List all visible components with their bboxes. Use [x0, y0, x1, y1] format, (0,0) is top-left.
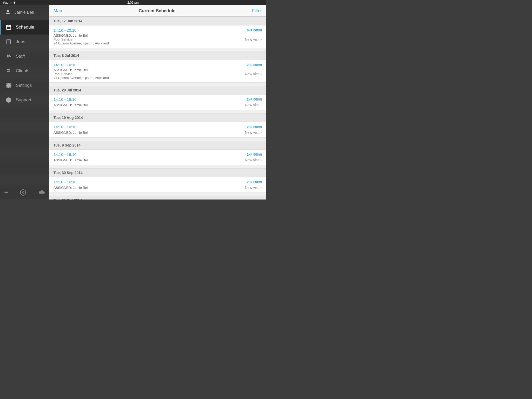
support-icon [5, 96, 12, 104]
cloud-button[interactable] [38, 190, 45, 195]
target-button[interactable] [20, 189, 26, 196]
svg-point-10 [9, 55, 10, 56]
visit-duration: 2HR 00MIN [247, 125, 262, 129]
map-button[interactable]: Map [54, 8, 62, 14]
sidebar-item-jobs-label: Jobs [16, 39, 25, 44]
sidebar-item-staff[interactable]: Staff [0, 49, 49, 64]
visit-service: Pool Service [54, 72, 245, 76]
visit-time: 14:10 - 16:10 [54, 97, 76, 102]
sidebar-item-support[interactable]: Support [0, 93, 49, 107]
new-visit-label: New visit [245, 37, 260, 42]
svg-point-16 [8, 99, 9, 101]
main-layout: Jamie Bell Schedule [0, 5, 266, 200]
visit-details: ASSIGNED: Jamie BellPool Service74 Epsom… [54, 68, 245, 80]
signal-icon: ✱ [13, 1, 16, 4]
visit-duration: 2HR 00MIN [247, 63, 262, 67]
svg-point-9 [7, 55, 9, 56]
wifi-icon: ∿ [10, 1, 12, 4]
section-spacer [49, 48, 266, 51]
new-visit-label: New visit [245, 130, 260, 135]
section-spacer [49, 83, 266, 86]
new-visit-label: New visit [245, 185, 260, 190]
new-visit-label: New visit [245, 72, 260, 76]
visit-service: Pool Service [54, 37, 245, 41]
settings-icon [5, 82, 12, 89]
chevron-right-icon: › [261, 158, 262, 162]
sidebar-item-support-label: Support [16, 97, 31, 103]
sidebar-item-settings-label: Settings [16, 83, 32, 88]
visit-item[interactable]: 14:10 - 16:10 2HR 00MIN ASSIGNED: Jamie … [49, 122, 266, 138]
visit-address: 74 Epsom Avenue, Epsom, Auckland [54, 41, 245, 45]
nav-bar: Map Current Schedule Filter [49, 5, 266, 17]
sidebar-item-settings[interactable]: Settings [0, 78, 49, 93]
new-visit-button[interactable]: New visit › [245, 158, 262, 162]
section-spacer [49, 193, 266, 196]
visit-assigned: ASSIGNED: Jamie Bell [54, 186, 245, 190]
sidebar-item-schedule[interactable]: Schedule [0, 20, 49, 35]
filter-button[interactable]: Filter [252, 8, 262, 14]
chevron-right-icon: › [261, 72, 262, 76]
schedule-list: Tue, 17 Jun 2014 14:10 - 20:10 6HR 00MIN… [49, 17, 266, 200]
sidebar-bottom: + [0, 185, 49, 200]
content-area: Map Current Schedule Filter Tue, 17 Jun … [49, 5, 266, 200]
visit-details: ASSIGNED: Jamie Bell [54, 131, 245, 135]
add-button[interactable]: + [4, 188, 8, 196]
visit-time: 14:10 - 16:10 [54, 152, 76, 157]
status-bar: iPad ∿ ✱ 2:02 pm [0, 0, 266, 5]
sidebar-item-staff-label: Staff [16, 54, 25, 59]
sidebar-item-clients[interactable]: Clients [0, 64, 49, 78]
date-header: Tue, 21 Oct 2014 [49, 196, 266, 200]
section-spacer [49, 138, 266, 141]
date-header: Tue, 29 Jul 2014 [49, 86, 266, 95]
date-header: Tue, 19 Aug 2014 [49, 113, 266, 122]
visit-item[interactable]: 14:10 - 16:10 2HR 00MIN ASSIGNED: Jamie … [49, 150, 266, 165]
sidebar-item-jobs[interactable]: Jobs [0, 35, 49, 49]
svg-point-23 [22, 191, 24, 193]
new-visit-button[interactable]: New visit › [245, 72, 262, 76]
visit-details: ASSIGNED: Jamie Bell [54, 186, 245, 190]
new-visit-button[interactable]: New visit › [245, 103, 262, 107]
sidebar-item-clients-label: Clients [16, 68, 29, 74]
new-visit-label: New visit [245, 103, 260, 107]
chevron-right-icon: › [261, 37, 262, 42]
jobs-icon [5, 38, 12, 45]
new-visit-button[interactable]: New visit › [245, 185, 262, 190]
user-avatar-icon [4, 9, 11, 16]
visit-assigned: ASSIGNED: Jamie Bell [54, 158, 245, 162]
chevron-right-icon: › [261, 103, 262, 107]
nav-title: Current Schedule [139, 8, 176, 14]
visit-assigned: ASSIGNED: Jamie Bell [54, 131, 245, 135]
visit-time: 14:10 - 16:10 [54, 180, 76, 184]
visit-item[interactable]: 14:10 - 16:10 2HR 00MIN ASSIGNED: Jamie … [49, 60, 266, 83]
visit-duration: 2HR 00MIN [247, 180, 262, 184]
visit-duration: 6HR 00MIN [247, 28, 262, 32]
new-visit-label: New visit [245, 158, 260, 162]
visit-time: 14:10 - 16:10 [54, 125, 76, 129]
clients-icon [5, 67, 12, 75]
date-header: Tue, 17 Jun 2014 [49, 17, 266, 25]
new-visit-button[interactable]: New visit › [245, 130, 262, 135]
svg-point-0 [7, 10, 9, 12]
new-visit-button[interactable]: New visit › [245, 37, 262, 42]
visit-details: ASSIGNED: Jamie Bell [54, 158, 245, 162]
schedule-icon [5, 24, 12, 31]
section-spacer [49, 165, 266, 168]
date-header: Tue, 8 Jul 2014 [49, 51, 266, 60]
visit-assigned: ASSIGNED: Jamie Bell [54, 68, 245, 72]
sidebar: Jamie Bell Schedule [0, 5, 49, 200]
visit-duration: 2HR 00MIN [247, 152, 262, 156]
ipad-label: iPad [3, 1, 8, 4]
visit-assigned: ASSIGNED: Jamie Bell [54, 103, 245, 107]
visit-item[interactable]: 14:10 - 20:10 6HR 00MIN ASSIGNED: Jamie … [49, 25, 266, 48]
date-header: Tue, 30 Sep 2014 [49, 168, 266, 177]
svg-rect-1 [6, 25, 11, 30]
visit-time: 14:10 - 20:10 [54, 28, 76, 32]
status-time: 2:02 pm [127, 1, 138, 4]
sidebar-profile[interactable]: Jamie Bell [0, 5, 49, 20]
visit-assigned: ASSIGNED: Jamie Bell [54, 34, 245, 37]
svg-point-13 [8, 69, 9, 70]
visit-item[interactable]: 14:10 - 16:10 2HR 00MIN ASSIGNED: Jamie … [49, 177, 266, 193]
chevron-right-icon: › [261, 185, 262, 190]
visit-item[interactable]: 14:10 - 16:10 2HR 00MIN ASSIGNED: Jamie … [49, 95, 266, 110]
staff-icon [5, 53, 12, 60]
